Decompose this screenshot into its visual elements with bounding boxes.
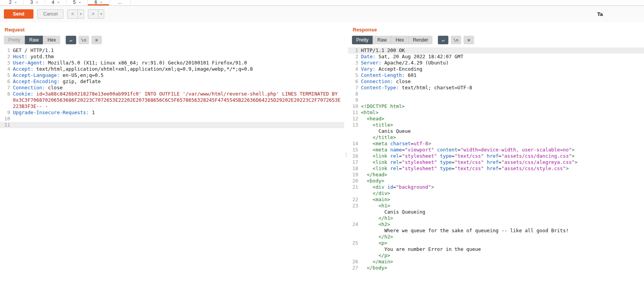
editor-line[interactable]: 4Accept: text/html,application/xhtml+xml… [0, 66, 344, 72]
line-content: Accept-Language: en-US,en;q=0.5 [13, 72, 344, 78]
editor-line[interactable]: 6Connection: close [348, 78, 644, 85]
history-back-dropdown-icon[interactable]: ▾ [78, 9, 84, 19]
history-forward-button[interactable]: > [88, 9, 98, 19]
editor-line[interactable]: 21 <div id="background"> </div> [348, 184, 644, 197]
cancel-button[interactable]: Cancel [37, 9, 63, 19]
request-tab-raw[interactable]: Raw [25, 36, 43, 44]
editor-line[interactable]: 2Date: Sat, 20 Aug 2022 18:42:07 GMT [348, 54, 644, 60]
response-tab-hex[interactable]: Hex [391, 36, 408, 44]
response-editor-icon-group: ↵\n≡ [438, 36, 474, 44]
response-show-newlines-icon[interactable]: \n [451, 36, 461, 44]
editor-line[interactable]: 18 <link rel="stylesheet" type="text/css… [348, 165, 644, 172]
request-editor-menu-icon[interactable]: ≡ [91, 36, 102, 44]
editor-line[interactable]: 20 <body> [348, 178, 644, 184]
response-tab-raw[interactable]: Raw [373, 36, 391, 44]
message-editor-split: Request PrettyRawHex↵\n≡ 1GET / HTTP/1.1… [0, 22, 644, 287]
editor-line[interactable]: 10 [0, 116, 344, 122]
line-content: <title> Canis Queue </title> [361, 122, 644, 141]
editor-line[interactable]: 14 <meta charset=utf-8> [348, 141, 644, 147]
history-forward-group: > ▾ [88, 9, 105, 19]
request-tab-hex[interactable]: Hex [43, 36, 60, 44]
editor-line[interactable]: 13 <title> Canis Queue </title> [348, 122, 644, 141]
editor-line[interactable]: 26 </main> [348, 259, 644, 265]
editor-line[interactable]: 9Upgrade-Insecure-Requests: 1 [0, 110, 344, 116]
editor-line[interactable]: 8 [348, 91, 644, 97]
line-number: 3 [0, 60, 13, 66]
line-number: 6 [0, 78, 13, 85]
editor-line[interactable]: 8Cookie: id=3a88c8426b0218278e13ee00ab99… [0, 91, 344, 110]
editor-line[interactable]: 1GET / HTTP/1.1 [0, 47, 344, 54]
repeater-tab-5[interactable]: 5× [66, 0, 88, 5]
editor-line[interactable]: 25 <p> You are number Error in the queue… [348, 240, 644, 259]
line-number: 6 [348, 78, 361, 85]
line-content: <link rel="stylesheet" type="text/css" h… [361, 159, 644, 165]
editor-line[interactable]: 11<html> [348, 110, 644, 116]
editor-line[interactable]: 10<!DOCTYPE html> [348, 103, 644, 110]
editor-line[interactable]: 5Content-Length: 601 [348, 72, 644, 78]
editor-line[interactable]: 12 <head> [348, 116, 644, 122]
line-number: 12 [348, 116, 361, 122]
repeater-tab-3[interactable]: 3× [24, 0, 45, 5]
history-forward-dropdown-icon[interactable]: ▾ [98, 9, 105, 19]
editor-line[interactable]: 24 <h2> Where we queue for the sake of q… [348, 221, 644, 240]
tab-close-icon[interactable]: × [57, 0, 60, 5]
line-number: 21 [348, 184, 361, 197]
repeater-tab-6[interactable]: 6× [88, 0, 109, 5]
editor-line[interactable]: 19 </head> [348, 172, 644, 178]
editor-line[interactable]: 3User-Agent: Mozilla/5.0 (X11; Linux x86… [0, 60, 344, 66]
editor-line[interactable]: 9 [348, 97, 644, 103]
editor-line[interactable]: 1HTTP/1.1 200 OK [348, 47, 644, 54]
line-content: Vary: Accept-Encoding [361, 66, 644, 72]
line-content: <body> [361, 178, 644, 184]
line-number: 2 [348, 54, 361, 60]
editor-line[interactable]: 5Accept-Language: en-US,en;q=0.5 [0, 72, 344, 78]
editor-line[interactable]: 27 </body> [348, 265, 644, 271]
repeater-tab-...[interactable]: ... [109, 0, 131, 5]
line-number: 20 [348, 178, 361, 184]
line-content: </body> [361, 265, 644, 271]
history-back-button[interactable]: < [67, 9, 78, 19]
editor-line[interactable]: 22 <main> [348, 197, 644, 203]
line-number: 18 [348, 165, 361, 172]
line-content: Date: Sat, 20 Aug 2022 18:42:07 GMT [361, 54, 644, 60]
editor-line[interactable]: 16 <link rel="stylesheet" type="text/css… [348, 153, 644, 159]
response-editor-menu-icon[interactable]: ≡ [464, 36, 474, 44]
editor-line[interactable]: 23 <h1> Canis Queueing </h1> [348, 203, 644, 221]
request-tab-pretty[interactable]: Pretty [4, 36, 25, 44]
editor-line[interactable]: 2Host: yotd.thm [0, 54, 344, 60]
line-content: <!DOCTYPE html> [361, 103, 644, 110]
line-content [13, 122, 344, 128]
response-word-wrap-icon[interactable]: ↵ [438, 36, 448, 44]
editor-line[interactable]: 15 <meta name="viewport" content="width=… [348, 147, 644, 153]
response-editor[interactable]: 1HTTP/1.1 200 OK2Date: Sat, 20 Aug 2022 … [348, 47, 644, 287]
response-tab-pretty[interactable]: Pretty [352, 36, 373, 44]
request-editor[interactable]: 1GET / HTTP/1.12Host: yotd.thm3User-Agen… [0, 47, 344, 287]
editor-line[interactable]: 7Connection: close [0, 85, 344, 91]
editor-line[interactable]: 3Server: Apache/2.4.29 (Ubuntu) [348, 60, 644, 66]
line-content: Connection: close [13, 85, 344, 91]
editor-line[interactable]: 6Accept-Encoding: gzip, deflate [0, 78, 344, 85]
panel-split-handle[interactable]: ⋮ [344, 22, 348, 287]
tab-close-icon[interactable]: × [100, 0, 102, 5]
request-panel: Request PrettyRawHex↵\n≡ 1GET / HTTP/1.1… [0, 22, 344, 287]
editor-line[interactable]: 7Content-Type: text/html; charset=UTF-8 [348, 85, 644, 91]
line-content: Content-Length: 601 [361, 72, 644, 78]
line-number: 19 [348, 172, 361, 178]
tab-close-icon[interactable]: × [36, 0, 38, 5]
line-number: 11 [348, 110, 361, 116]
tab-close-icon[interactable]: × [79, 0, 81, 5]
repeater-tab-4[interactable]: 4× [45, 0, 66, 5]
send-button[interactable]: Send [4, 9, 33, 19]
request-word-wrap-icon[interactable]: ↵ [66, 36, 76, 44]
tab-close-icon[interactable]: × [14, 0, 17, 5]
editor-line[interactable]: 11 [0, 122, 344, 128]
request-view-tabs: PrettyRawHex [4, 36, 60, 44]
line-number: 10 [0, 116, 13, 122]
repeater-tab-2[interactable]: 2× [2, 0, 24, 5]
request-show-newlines-icon[interactable]: \n [79, 36, 89, 44]
editor-line[interactable]: 4Vary: Accept-Encoding [348, 66, 644, 72]
line-content: <p> You are number Error in the queue </… [361, 240, 644, 259]
response-panel-title: Response [348, 22, 644, 35]
response-tab-render[interactable]: Render [409, 36, 432, 44]
editor-line[interactable]: 17 <link rel="stylesheet" type="text/css… [348, 159, 644, 165]
